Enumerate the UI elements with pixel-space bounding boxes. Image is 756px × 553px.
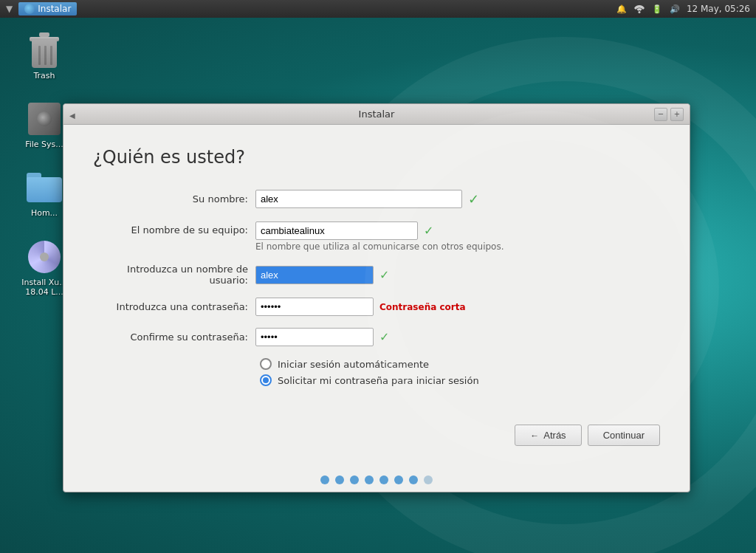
radio-row-manual: Solicitar mi contraseña para iniciar ses… — [260, 374, 660, 386]
cd-hole — [40, 253, 49, 261]
install-cd-icon — [27, 239, 62, 275]
taskbar-app-instalar[interactable]: Instalar — [18, 2, 77, 16]
window-title: Instalar — [359, 109, 395, 120]
svg-point-0 — [638, 11, 640, 13]
continue-label: Continuar — [603, 430, 645, 441]
install-label: Install Xu... 18.04 L... — [21, 278, 67, 297]
trash-icon — [27, 32, 62, 68]
equipo-field-column: ✓ El nombre que utiliza al comunicarse c… — [255, 221, 504, 252]
nombre-label: Su nombre: — [93, 193, 255, 205]
continue-button[interactable]: Continuar — [588, 425, 660, 446]
trash-label: Trash — [33, 71, 55, 80]
desktop: ▼ Instalar 🔔 🔋 🔊 12 May, — [0, 0, 756, 553]
back-button[interactable]: ← Atrás — [515, 425, 581, 446]
password-input[interactable] — [255, 298, 374, 316]
network-icon[interactable] — [633, 3, 645, 15]
usuario-label: Introduzca un nombre de usuario: — [93, 264, 255, 286]
taskbar: ▼ Instalar 🔔 🔋 🔊 12 May, — [0, 0, 756, 18]
home-folder-icon — [27, 170, 62, 205]
form-row-usuario: Introduzca un nombre de usuario: ✓ — [93, 264, 660, 286]
progress-dots — [63, 461, 690, 492]
trash-lines — [38, 46, 52, 65]
usuario-check-icon: ✓ — [379, 268, 389, 282]
radio-auto-button[interactable] — [260, 358, 272, 370]
window-minimize-button[interactable]: ─ — [654, 108, 667, 121]
window-controls: ─ + — [654, 108, 684, 121]
confirm-field: ✓ — [255, 328, 660, 346]
radio-group: Iniciar sesión automáticamente Solicitar… — [260, 358, 660, 386]
progress-dot-6 — [409, 475, 418, 484]
equipo-label: El nombre de su equipo: — [93, 221, 255, 236]
folder-body — [27, 177, 62, 202]
filesystem-label: File Sys... — [25, 140, 63, 149]
window-titlebar: ◀ Instalar ─ + — [63, 104, 690, 125]
window-content: ¿Quién es usted? Su nombre: ✓ El nombre … — [63, 125, 690, 413]
form-table: Su nombre: ✓ El nombre de su equipo: ✓ — [93, 190, 660, 346]
nombre-check-icon: ✓ — [468, 191, 479, 207]
window-maximize-button[interactable]: + — [670, 108, 684, 121]
taskbar-right: 🔔 🔋 🔊 12 May, 05:26 — [616, 3, 756, 15]
home-label: Hom... — [31, 208, 58, 218]
confirm-label: Confirme su contraseña: — [93, 332, 255, 343]
password-field: Contraseña corta — [255, 298, 660, 316]
window-pin-icon: ◀ — [69, 111, 75, 117]
password-label: Introduzca una contraseña: — [93, 301, 255, 312]
progress-dot-5 — [394, 475, 403, 484]
progress-dot-1 — [335, 475, 344, 484]
usuario-field: ✓ — [255, 266, 660, 284]
nav-buttons: ← Atrás Continuar — [63, 413, 690, 461]
taskbar-clock: 12 May, 05:26 — [687, 4, 750, 14]
taskbar-app-icon — [24, 4, 35, 14]
taskbar-left: ▼ Instalar — [0, 2, 77, 16]
progress-dot-2 — [350, 475, 359, 484]
back-label: Atrás — [543, 430, 566, 441]
trash-body — [32, 40, 57, 68]
radio-manual-label: Solicitar mi contraseña para iniciar ses… — [278, 375, 479, 386]
taskbar-app-label: Instalar — [38, 4, 71, 14]
notification-icon[interactable]: 🔔 — [616, 3, 628, 15]
usuario-input[interactable] — [255, 266, 374, 284]
volume-icon[interactable]: 🔊 — [669, 3, 681, 15]
equipo-input[interactable] — [255, 221, 418, 240]
page-heading: ¿Quién es usted? — [93, 147, 660, 168]
nombre-input[interactable] — [255, 190, 462, 208]
equipo-check-icon: ✓ — [424, 224, 433, 238]
taskbar-system-indicator[interactable]: ▼ — [3, 4, 16, 14]
radio-manual-button[interactable] — [260, 374, 272, 386]
radio-auto-label: Iniciar sesión automáticamente — [278, 359, 429, 370]
radio-row-auto: Iniciar sesión automáticamente — [260, 358, 660, 370]
form-row-password: Introduzca una contraseña: Contraseña co… — [93, 298, 660, 316]
progress-dot-7 — [424, 475, 433, 484]
form-row-equipo: El nombre de su equipo: ✓ El nombre que … — [93, 220, 660, 252]
equipo-hint: El nombre que utiliza al comunicarse con… — [255, 241, 504, 252]
back-arrow-icon: ← — [530, 430, 539, 441]
progress-dot-0 — [320, 475, 329, 484]
progress-dot-4 — [379, 475, 388, 484]
confirm-check-icon: ✓ — [379, 330, 389, 344]
equipo-field: ✓ — [255, 221, 504, 240]
battery-icon[interactable]: 🔋 — [651, 3, 663, 15]
disk-circle — [37, 111, 52, 126]
form-row-confirm: Confirme su contraseña: ✓ — [93, 328, 660, 346]
radio-dot — [263, 377, 269, 383]
installer-window: ◀ Instalar ─ + ¿Quién es usted? Su nombr… — [63, 103, 690, 492]
password-error: Contraseña corta — [379, 302, 466, 312]
nombre-field: ✓ — [255, 190, 660, 208]
form-row-nombre: Su nombre: ✓ — [93, 190, 660, 208]
filesystem-icon — [27, 101, 62, 137]
progress-dot-3 — [365, 475, 374, 484]
desktop-icon-trash[interactable]: Trash — [15, 30, 74, 83]
confirm-input[interactable] — [255, 328, 374, 346]
